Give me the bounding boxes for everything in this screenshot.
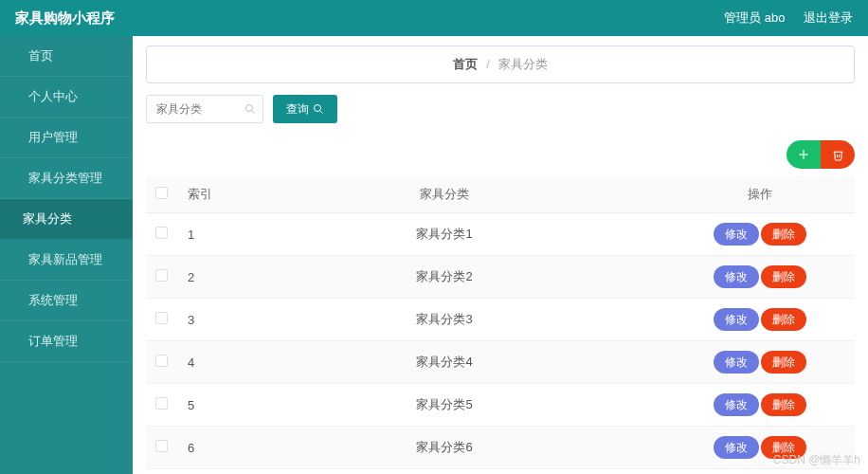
col-index: 索引 [176, 176, 224, 213]
sidebar: 首页 个人中心 用户管理 家具分类管理 家具分类 家具新品管理 系统管理 订单管… [0, 36, 133, 474]
main-content: 首页 / 家具分类 查询 [133, 36, 868, 474]
user-icon [11, 91, 23, 102]
cell-category: 家具分类2 [224, 256, 665, 299]
svg-line-3 [320, 111, 323, 114]
delete-button[interactable]: 删除 [761, 351, 806, 374]
cell-index: 5 [176, 384, 224, 427]
bulk-delete-button[interactable] [821, 140, 855, 169]
edit-button[interactable]: 修改 [714, 308, 759, 331]
cell-index: 6 [176, 427, 224, 469]
search-icon [244, 103, 256, 115]
app-title: 家具购物小程序 [15, 9, 115, 27]
cell-category: 家具分类6 [224, 427, 665, 469]
trash-icon [832, 149, 844, 161]
add-button[interactable] [787, 140, 821, 169]
cell-index: 4 [176, 341, 224, 384]
top-header: 家具购物小程序 管理员 abo 退出登录 [0, 0, 868, 36]
edit-button[interactable]: 修改 [714, 351, 759, 374]
gear-icon [11, 295, 23, 306]
table-row: 6家具分类6修改删除 [146, 427, 855, 469]
row-checkbox[interactable] [155, 269, 168, 282]
sidebar-item-categorymgmt[interactable]: 家具分类管理 [0, 158, 133, 199]
cell-category: 家具分类5 [224, 384, 665, 427]
col-category: 家具分类 [224, 176, 665, 213]
plus-icon [797, 148, 810, 161]
logout-link[interactable]: 退出登录 [804, 10, 853, 25]
cell-category: 家具分类4 [224, 341, 665, 384]
sidebar-item-usermgmt[interactable]: 用户管理 [0, 118, 133, 158]
row-checkbox[interactable] [155, 312, 168, 324]
sidebar-item-newproduct[interactable]: 家具新品管理 [0, 240, 133, 281]
user-area: 管理员 abo 退出登录 [709, 9, 853, 27]
edit-button[interactable]: 修改 [714, 223, 759, 246]
svg-point-2 [315, 105, 321, 112]
search-icon [313, 103, 324, 115]
row-checkbox[interactable] [155, 355, 168, 367]
cell-index: 3 [176, 299, 224, 341]
edit-button[interactable]: 修改 [714, 436, 759, 459]
delete-button[interactable]: 删除 [761, 393, 806, 416]
svg-line-1 [252, 111, 255, 114]
sidebar-item-category[interactable]: 家具分类 [0, 199, 133, 240]
row-checkbox[interactable] [155, 440, 168, 452]
table-row: 5家具分类5修改删除 [146, 384, 855, 427]
row-checkbox[interactable] [155, 227, 168, 239]
checkbox-all[interactable] [155, 187, 168, 199]
breadcrumb-sep: / [486, 57, 490, 71]
edit-button[interactable]: 修改 [714, 393, 759, 416]
delete-button[interactable]: 删除 [761, 223, 806, 246]
breadcrumb-current: 家具分类 [498, 57, 548, 71]
query-button[interactable]: 查询 [273, 95, 337, 123]
search-row: 查询 [146, 95, 855, 123]
action-bar [146, 140, 855, 169]
box-icon [11, 254, 23, 265]
cell-category: 家具分类3 [224, 299, 665, 341]
sidebar-item-home[interactable]: 首页 [0, 36, 133, 77]
table-row: 2家具分类2修改删除 [146, 256, 855, 299]
users-icon [11, 132, 23, 143]
watermark: CSDN @懒羊羊h [773, 452, 860, 468]
svg-point-0 [246, 105, 253, 112]
delete-button[interactable]: 删除 [761, 308, 806, 331]
search-field-wrap [146, 95, 263, 123]
table-row: 1家具分类1修改删除 [146, 213, 855, 256]
cell-category: 家具分类1 [224, 213, 665, 256]
row-checkbox[interactable] [155, 397, 168, 410]
table-row: 3家具分类3修改删除 [146, 299, 855, 341]
breadcrumb-home[interactable]: 首页 [453, 57, 478, 71]
list-icon [11, 336, 23, 347]
sidebar-item-profile[interactable]: 个人中心 [0, 77, 133, 118]
data-table: 索引 家具分类 操作 1家具分类1修改删除2家具分类2修改删除3家具分类3修改删… [146, 176, 855, 469]
edit-button[interactable]: 修改 [714, 265, 759, 288]
tag-icon [11, 173, 23, 184]
cell-index: 2 [176, 256, 224, 299]
cell-index: 1 [176, 213, 224, 256]
breadcrumb: 首页 / 家具分类 [146, 46, 855, 83]
sidebar-item-order[interactable]: 订单管理 [0, 321, 133, 362]
delete-button[interactable]: 删除 [761, 265, 806, 288]
sidebar-item-system[interactable]: 系统管理 [0, 281, 133, 321]
table-row: 4家具分类4修改删除 [146, 341, 855, 384]
admin-label[interactable]: 管理员 abo [724, 10, 785, 25]
home-icon [11, 50, 23, 62]
col-action: 操作 [665, 176, 855, 213]
